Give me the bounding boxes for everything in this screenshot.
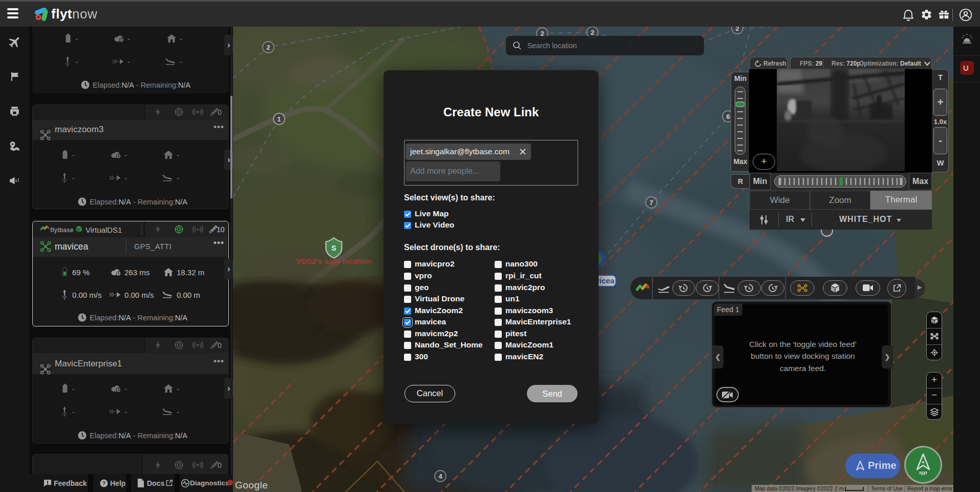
svg-text:?: ? bbox=[102, 481, 105, 486]
svg-text:4: 4 bbox=[438, 473, 442, 480]
svg-text:2: 2 bbox=[590, 29, 594, 36]
svg-text:2: 2 bbox=[266, 44, 270, 51]
svg-text:7: 7 bbox=[649, 199, 653, 207]
svg-text:6: 6 bbox=[726, 113, 730, 120]
svg-text:1: 1 bbox=[277, 115, 281, 123]
svg-text:2: 2 bbox=[735, 27, 739, 32]
svg-text:VDS2's safe location: VDS2's safe location bbox=[296, 257, 372, 265]
svg-text:S: S bbox=[331, 244, 336, 252]
